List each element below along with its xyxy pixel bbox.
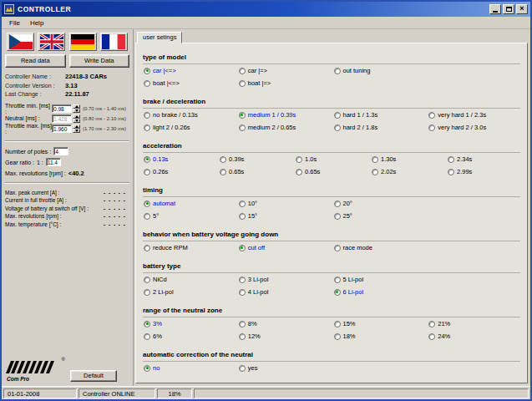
flag-czech[interactable] xyxy=(7,33,34,51)
close-button[interactable]: × xyxy=(516,4,528,14)
gear-input[interactable]: 11.4 xyxy=(46,158,61,166)
radio-option[interactable]: 8% xyxy=(239,320,331,327)
radio-option[interactable]: 5 Li-pol xyxy=(334,276,426,283)
radio-label: 1.0s xyxy=(305,155,317,163)
radio-label: light 2 / 0.26s xyxy=(153,124,190,131)
radio-option[interactable]: 6 Li-pol xyxy=(334,288,426,296)
radio-option[interactable]: very hard 1 / 2.3s xyxy=(428,111,520,119)
radio-option[interactable]: no brake / 0.13s xyxy=(144,111,236,119)
telemetry-value: - - - - - xyxy=(104,197,126,203)
radio-icon xyxy=(334,277,341,283)
radio-label: out tuning xyxy=(343,67,371,74)
radio-label: 15° xyxy=(248,212,257,220)
radio-option[interactable]: 6% xyxy=(144,332,236,340)
radio-option[interactable]: hard 2 / 1.8s xyxy=(334,124,426,131)
menu-file[interactable]: File xyxy=(5,18,24,28)
radio-option[interactable]: 10° xyxy=(239,200,331,207)
value-input[interactable]: 0.98 xyxy=(52,104,72,113)
radio-option[interactable]: 21% xyxy=(428,320,520,327)
radio-option[interactable]: 1.0s xyxy=(296,155,368,163)
radio-option[interactable]: light 2 / 0.26s xyxy=(144,124,236,131)
radio-option[interactable]: 0.26s xyxy=(144,168,216,175)
info-label: Controller Version : xyxy=(5,83,65,89)
radio-icon xyxy=(144,333,150,340)
write-data-button[interactable]: Write Data xyxy=(69,54,130,68)
radio-label: 1.30s xyxy=(381,155,396,163)
radio-icon xyxy=(144,365,150,372)
spin-down-icon[interactable] xyxy=(73,119,80,123)
spin-down-icon[interactable] xyxy=(73,129,80,133)
spinner[interactable] xyxy=(73,124,80,133)
spinner[interactable] xyxy=(73,104,80,113)
maximize-button[interactable] xyxy=(503,4,514,14)
flag-uk[interactable] xyxy=(38,33,65,51)
radio-option[interactable]: 0.65s xyxy=(296,168,368,175)
radio-option[interactable]: 5° xyxy=(144,212,236,220)
radio-option[interactable]: 0.65s xyxy=(220,168,292,175)
minimize-button[interactable] xyxy=(489,4,501,14)
radio-option[interactable]: 15% xyxy=(334,320,426,327)
radio-option[interactable]: 20° xyxy=(334,200,426,207)
radio-option[interactable]: 3% xyxy=(144,320,236,327)
spinner[interactable] xyxy=(73,114,80,123)
radio-option[interactable]: very hard 2 / 3.0s xyxy=(428,124,520,131)
radio-option[interactable]: medium 2 / 0.65s xyxy=(239,124,331,131)
radio-option[interactable]: NiCd xyxy=(144,276,236,283)
value-input[interactable]: 1.960 xyxy=(52,124,72,133)
read-data-button[interactable]: Read data xyxy=(5,54,66,68)
tab-user-settings[interactable]: user setings xyxy=(137,32,182,43)
radio-option[interactable]: out tuning xyxy=(334,67,426,74)
section-title: behavior when battery voltage going down xyxy=(143,231,278,238)
radio-option[interactable]: 0.39s xyxy=(220,155,292,163)
radio-option[interactable]: 18% xyxy=(334,332,426,340)
radio-option[interactable]: 2.02s xyxy=(372,168,444,175)
radio-option[interactable]: 4 Li-pol xyxy=(239,288,331,296)
status-filler xyxy=(194,388,529,398)
french-flag-icon xyxy=(102,34,125,49)
radio-option[interactable]: yes xyxy=(239,364,331,372)
registered-icon: ® xyxy=(62,357,65,362)
radio-option[interactable]: car |<=> xyxy=(144,67,236,74)
telemetry-row: Max. temperature [°C] :- - - - - xyxy=(5,221,129,230)
radio-label: 6% xyxy=(153,332,162,340)
radio-option[interactable]: 1.30s xyxy=(372,155,444,163)
poles-input[interactable]: 4 xyxy=(53,147,68,155)
radio-option[interactable]: 25° xyxy=(334,212,426,220)
radio-dot xyxy=(146,158,149,160)
radio-option[interactable]: 0.13s xyxy=(144,155,216,163)
radio-option[interactable]: car |=> xyxy=(239,67,331,74)
radio-label: 2.99s xyxy=(457,168,472,175)
radio-label: hard 2 / 1.8s xyxy=(343,124,378,131)
spin-down-icon[interactable] xyxy=(73,109,80,113)
radio-option[interactable]: 24% xyxy=(428,332,520,340)
radio-option[interactable]: automat xyxy=(144,200,236,207)
radio-label: yes xyxy=(248,364,258,372)
section-title: freewheel xyxy=(143,383,174,383)
radio-option[interactable]: medium 1 / 0.39s xyxy=(239,111,331,119)
radio-label: car |<=> xyxy=(153,67,176,74)
radio-option[interactable]: race mode xyxy=(334,244,426,251)
radio-option[interactable]: cut off xyxy=(239,244,331,251)
value-input[interactable]: 1.428 xyxy=(52,114,72,123)
radio-option[interactable]: 2.34s xyxy=(448,155,520,163)
default-button[interactable]: Default xyxy=(70,370,117,382)
flag-french[interactable] xyxy=(100,33,128,51)
radio-option[interactable]: 2 Li-pol xyxy=(144,288,236,296)
menu-help[interactable]: Help xyxy=(26,18,48,28)
flag-german[interactable] xyxy=(69,33,97,51)
radio-option[interactable]: 12% xyxy=(239,332,331,340)
radio-option[interactable]: hard 1 / 1.3s xyxy=(334,111,426,119)
language-flags xyxy=(5,33,129,51)
radio-label: NiCd xyxy=(153,276,167,283)
radio-option[interactable]: boat |=> xyxy=(239,79,331,87)
radio-icon xyxy=(144,124,150,131)
settings-area: user setings type of modelcar |<=>car |=… xyxy=(134,29,530,386)
radio-icon xyxy=(144,68,150,74)
radio-option[interactable]: 2.99s xyxy=(448,168,520,175)
option-row: light 2 / 0.26smedium 2 / 0.65shard 2 / … xyxy=(144,122,520,133)
radio-option[interactable]: no xyxy=(144,364,236,372)
radio-option[interactable]: boat |<=> xyxy=(144,79,236,87)
radio-option[interactable]: 15° xyxy=(239,212,331,220)
radio-option[interactable]: reduce RPM xyxy=(144,244,236,251)
radio-option[interactable]: 3 Li-pol xyxy=(239,276,331,283)
